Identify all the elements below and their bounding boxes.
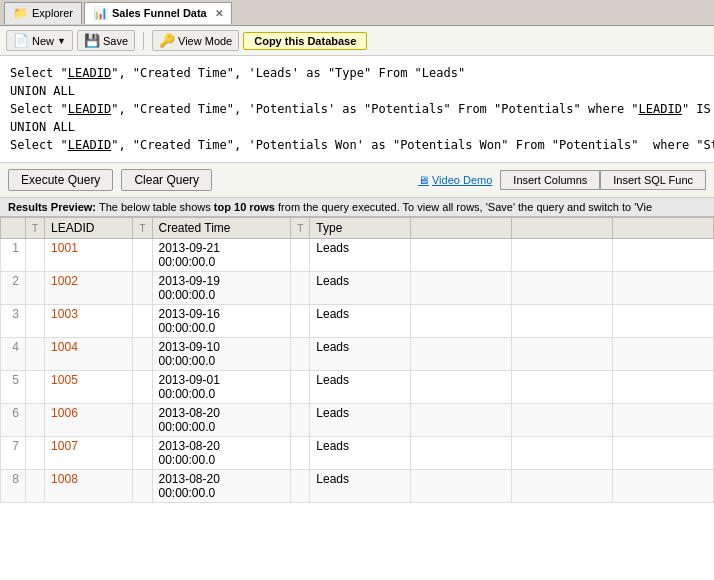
cell-extra2 bbox=[512, 470, 613, 503]
cell-rownum: 3 bbox=[1, 305, 26, 338]
save-icon: 💾 bbox=[84, 33, 100, 48]
tab-sales-funnel[interactable]: 📊 Sales Funnel Data ✕ bbox=[84, 2, 232, 24]
insert-sql-func-tab[interactable]: Insert SQL Func bbox=[600, 170, 706, 190]
cell-leadid: 1003 bbox=[45, 305, 133, 338]
main-content: Select "LEADID", "Created Time", 'Leads'… bbox=[0, 56, 714, 580]
new-label: New bbox=[32, 35, 54, 47]
sql-line-1: Select "LEADID", "Created Time", 'Leads'… bbox=[10, 64, 704, 82]
cell-type-val: Leads bbox=[310, 338, 411, 371]
new-button[interactable]: 📄 New ▼ bbox=[6, 30, 73, 51]
cell-t1 bbox=[26, 437, 45, 470]
sql-line-4: UNION ALL bbox=[10, 118, 704, 136]
cell-t1 bbox=[26, 272, 45, 305]
cell-rownum: 1 bbox=[1, 239, 26, 272]
cell-leadid: 1001 bbox=[45, 239, 133, 272]
cell-extra3 bbox=[613, 239, 714, 272]
cell-extra3 bbox=[613, 404, 714, 437]
cell-leadid: 1008 bbox=[45, 470, 133, 503]
cell-created-time: 2013-08-2000:00:00.0 bbox=[152, 437, 291, 470]
view-mode-button[interactable]: 🔑 View Mode bbox=[152, 30, 239, 51]
copy-database-button[interactable]: Copy this Database bbox=[243, 32, 367, 50]
cell-extra1 bbox=[411, 305, 512, 338]
col-t2-header: T bbox=[133, 218, 152, 239]
results-table: T LEADID T Created Time T Type 1 1001 20… bbox=[0, 217, 714, 503]
cell-t3 bbox=[291, 470, 310, 503]
toolbar: 📄 New ▼ 💾 Save 🔑 View Mode Copy this Dat… bbox=[0, 26, 714, 56]
cell-type-val: Leads bbox=[310, 437, 411, 470]
cell-extra1 bbox=[411, 338, 512, 371]
cell-t2 bbox=[133, 404, 152, 437]
video-demo-link[interactable]: 🖥 Video Demo bbox=[418, 174, 492, 186]
cell-created-time: 2013-09-2100:00:00.0 bbox=[152, 239, 291, 272]
table-row: 2 1002 2013-09-1900:00:00.0 Leads bbox=[1, 272, 714, 305]
cell-leadid: 1004 bbox=[45, 338, 133, 371]
col-t1-header: T bbox=[26, 218, 45, 239]
table-row: 5 1005 2013-09-0100:00:00.0 Leads bbox=[1, 371, 714, 404]
col-extra2-header bbox=[512, 218, 613, 239]
table-row: 8 1008 2013-08-2000:00:00.0 Leads bbox=[1, 470, 714, 503]
cell-t2 bbox=[133, 437, 152, 470]
col-extra1-header bbox=[411, 218, 512, 239]
cell-t1 bbox=[26, 305, 45, 338]
execute-query-button[interactable]: Execute Query bbox=[8, 169, 113, 191]
results-desc-2: from the query executed. To view all row… bbox=[275, 201, 652, 213]
tab-explorer[interactable]: 📁 Explorer bbox=[4, 2, 82, 24]
cell-created-time: 2013-08-2000:00:00.0 bbox=[152, 470, 291, 503]
results-body: 1 1001 2013-09-2100:00:00.0 Leads 2 1002… bbox=[1, 239, 714, 503]
tab-bar: 📁 Explorer 📊 Sales Funnel Data ✕ bbox=[0, 0, 714, 26]
cell-t2 bbox=[133, 470, 152, 503]
cell-t2 bbox=[133, 338, 152, 371]
cell-t3 bbox=[291, 371, 310, 404]
results-desc-1: The below table shows bbox=[99, 201, 214, 213]
cell-extra2 bbox=[512, 272, 613, 305]
view-mode-icon: 🔑 bbox=[159, 33, 175, 48]
cell-t3 bbox=[291, 404, 310, 437]
cell-extra2 bbox=[512, 239, 613, 272]
new-icon: 📄 bbox=[13, 33, 29, 48]
cell-type-val: Leads bbox=[310, 470, 411, 503]
cell-rownum: 4 bbox=[1, 338, 26, 371]
cell-t1 bbox=[26, 371, 45, 404]
cell-extra3 bbox=[613, 305, 714, 338]
col-t3-header: T bbox=[291, 218, 310, 239]
cell-extra1 bbox=[411, 239, 512, 272]
clear-query-button[interactable]: Clear Query bbox=[121, 169, 212, 191]
cell-extra3 bbox=[613, 371, 714, 404]
table-row: 1 1001 2013-09-2100:00:00.0 Leads bbox=[1, 239, 714, 272]
save-label: Save bbox=[103, 35, 128, 47]
cell-type-val: Leads bbox=[310, 239, 411, 272]
cell-extra1 bbox=[411, 404, 512, 437]
table-row: 4 1004 2013-09-1000:00:00.0 Leads bbox=[1, 338, 714, 371]
col-type-header: Type bbox=[310, 218, 411, 239]
tab-sales-funnel-label: Sales Funnel Data bbox=[112, 7, 207, 19]
cell-leadid: 1005 bbox=[45, 371, 133, 404]
sales-funnel-icon: 📊 bbox=[93, 6, 108, 20]
cell-leadid: 1007 bbox=[45, 437, 133, 470]
cell-leadid: 1002 bbox=[45, 272, 133, 305]
cell-t2 bbox=[133, 239, 152, 272]
cell-t1 bbox=[26, 239, 45, 272]
explorer-icon: 📁 bbox=[13, 6, 28, 20]
sql-editor[interactable]: Select "LEADID", "Created Time", 'Leads'… bbox=[0, 56, 714, 163]
cell-extra1 bbox=[411, 470, 512, 503]
insert-columns-tab[interactable]: Insert Columns bbox=[500, 170, 600, 190]
cell-rownum: 2 bbox=[1, 272, 26, 305]
table-row: 6 1006 2013-08-2000:00:00.0 Leads bbox=[1, 404, 714, 437]
cell-extra2 bbox=[512, 305, 613, 338]
cell-created-time: 2013-08-2000:00:00.0 bbox=[152, 404, 291, 437]
table-row: 7 1007 2013-08-2000:00:00.0 Leads bbox=[1, 437, 714, 470]
cell-t3 bbox=[291, 338, 310, 371]
cell-extra3 bbox=[613, 437, 714, 470]
cell-extra3 bbox=[613, 470, 714, 503]
cell-t3 bbox=[291, 239, 310, 272]
cell-rownum: 5 bbox=[1, 371, 26, 404]
cell-extra2 bbox=[512, 371, 613, 404]
table-row: 3 1003 2013-09-1600:00:00.0 Leads bbox=[1, 305, 714, 338]
query-tabs-right: 🖥 Video Demo Insert Columns Insert SQL F… bbox=[418, 170, 706, 190]
sql-line-5: Select "LEADID", "Created Time", 'Potent… bbox=[10, 136, 704, 154]
tab-close-icon[interactable]: ✕ bbox=[215, 8, 223, 19]
save-button[interactable]: 💾 Save bbox=[77, 30, 135, 51]
cell-extra2 bbox=[512, 338, 613, 371]
results-table-wrapper: T LEADID T Created Time T Type 1 1001 20… bbox=[0, 217, 714, 580]
cell-type-val: Leads bbox=[310, 305, 411, 338]
